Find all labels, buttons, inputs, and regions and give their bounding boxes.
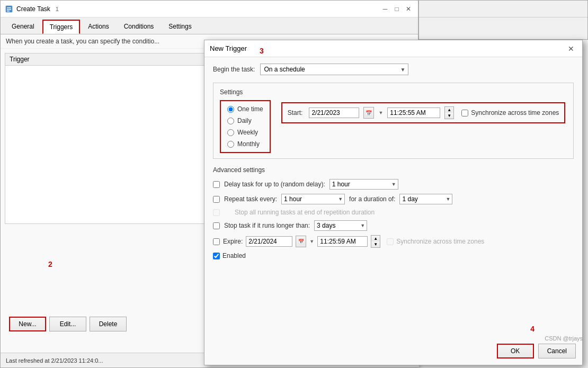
create-task-title: Create Task — [16, 5, 50, 13]
begin-task-select-wrapper: On a schedule At log on At startup On id… — [260, 64, 408, 75]
enabled-checkbox[interactable] — [213, 253, 220, 259]
dialog-title: New Trigger — [210, 44, 247, 52]
delay-checkbox[interactable] — [213, 181, 220, 188]
tab-conditions[interactable]: Conditions — [117, 20, 161, 34]
expire-sync-label: Synchronize across time zones — [396, 238, 484, 245]
stop-running-label: Stop all running tasks at end of repetit… — [235, 209, 375, 216]
expire-sync-row: Synchronize across time zones — [387, 238, 484, 245]
bottom-buttons: New... Edit... Delete — [5, 312, 131, 336]
expire-sync-checkbox — [387, 238, 394, 245]
start-time-input[interactable] — [387, 107, 440, 118]
title-number-1: 1 — [56, 6, 59, 12]
dialog-close-button[interactable]: ✕ — [565, 43, 577, 55]
svg-rect-2 — [7, 9, 11, 10]
radio-daily[interactable]: Daily — [227, 117, 263, 124]
label-4: 4 — [530, 325, 534, 333]
time-spinner: ▲ ▼ — [444, 106, 454, 119]
stop-longer-select[interactable]: 3 days 1 day 1 hour — [314, 220, 367, 231]
enabled-row: Enabled — [213, 252, 574, 259]
radio-one-time-input[interactable] — [227, 106, 234, 113]
close-button[interactable]: ✕ — [403, 4, 414, 14]
new-button[interactable]: New... — [9, 317, 46, 331]
dialog-ok-button[interactable]: OK — [497, 344, 534, 358]
settings-label: Settings — [220, 88, 567, 96]
repeat-select[interactable]: 1 hour 30 minutes 2 hours — [281, 194, 345, 204]
expire-row: Expire: 📅 ▼ ▲ ▼ Synchronize across time … — [213, 235, 574, 248]
expire-checkbox[interactable] — [213, 238, 220, 245]
expire-time-input[interactable] — [317, 236, 368, 247]
background-window — [418, 0, 588, 40]
duration-label: for a duration of: — [349, 195, 395, 203]
start-date-input[interactable] — [309, 107, 359, 118]
begin-task-label: Begin the task: — [213, 66, 255, 73]
duration-select[interactable]: 1 day 12 hours Indefinitely — [399, 194, 452, 204]
expire-spin-down[interactable]: ▼ — [371, 241, 380, 247]
sync-checkbox[interactable] — [461, 110, 468, 116]
radio-monthly-input[interactable] — [227, 141, 234, 148]
repeat-select-wrapper: 1 hour 30 minutes 2 hours — [281, 194, 345, 204]
begin-task-row: Begin the task: On a schedule At log on … — [213, 64, 574, 75]
time-spin-down[interactable]: ▼ — [445, 113, 453, 119]
radio-daily-label: Daily — [237, 117, 252, 124]
tab-settings[interactable]: Settings — [162, 20, 198, 34]
delay-select[interactable]: 1 hour 30 minutes 2 hours — [329, 179, 398, 190]
tab-general[interactable]: General — [5, 20, 41, 34]
stop-longer-checkbox[interactable] — [213, 222, 220, 229]
radio-monthly-label: Monthly — [237, 140, 260, 148]
col-trigger: Trigger — [5, 53, 210, 65]
delay-label: Delay task for up to (random delay): — [224, 181, 325, 188]
delete-button[interactable]: Delete — [90, 317, 127, 331]
sync-label: Synchronize across time zones — [471, 109, 559, 116]
repeat-label: Repeat task every: — [224, 195, 277, 203]
delay-row: Delay task for up to (random delay): 1 h… — [213, 179, 574, 190]
tab-triggers[interactable]: Triggers — [42, 20, 81, 34]
settings-section: Settings One time Daily Weekly — [213, 83, 574, 159]
maximize-button[interactable]: □ — [391, 4, 402, 14]
minimize-button[interactable]: ─ — [380, 4, 390, 14]
delay-select-wrapper: 1 hour 30 minutes 2 hours — [329, 179, 398, 190]
edit-button[interactable]: Edit... — [49, 317, 86, 331]
csdn-user: @trjays — [563, 335, 583, 342]
task-icon — [5, 5, 13, 13]
start-row: Start: 📅 ▼ ▲ ▼ Synchronize across time z… — [281, 102, 566, 123]
tabs-area: General Triggers Actions Conditions Sett… — [1, 17, 418, 34]
begin-task-select[interactable]: On a schedule At log on At startup On id… — [260, 64, 408, 75]
duration-select-wrapper: 1 day 12 hours Indefinitely — [399, 194, 452, 204]
radio-weekly[interactable]: Weekly — [227, 129, 263, 136]
titlebar-left: Create Task 1 — [5, 5, 59, 13]
time-spin-up[interactable]: ▲ — [445, 107, 453, 113]
csdn-watermark: CSDN @trjays — [545, 335, 583, 342]
stop-running-checkbox — [213, 209, 220, 216]
expire-calendar-button[interactable]: 📅 — [296, 236, 306, 247]
settings-content: One time Daily Weekly Monthly — [220, 100, 567, 153]
label-2: 2 — [48, 260, 52, 268]
expire-time-spinner: ▲ ▼ — [371, 235, 380, 248]
titlebar-controls: ─ □ ✕ — [380, 4, 414, 14]
expire-label: Expire: — [223, 238, 243, 245]
advanced-section: Advanced settings Delay task for up to (… — [213, 166, 574, 259]
schedule-radio-group: One time Daily Weekly Monthly — [220, 100, 271, 153]
repeat-checkbox[interactable] — [213, 196, 220, 203]
stop-running-row: Stop all running tasks at end of repetit… — [213, 209, 574, 216]
csdn-site: CSDN — [545, 335, 561, 342]
radio-daily-input[interactable] — [227, 118, 234, 124]
dialog-bottom-buttons: OK Cancel — [497, 344, 576, 358]
start-label: Start: — [288, 109, 303, 116]
expire-spin-up[interactable]: ▲ — [371, 236, 380, 241]
radio-one-time-label: One time — [237, 105, 263, 113]
radio-one-time[interactable]: One time — [227, 105, 263, 113]
stop-longer-row: Stop task if it runs longer than: 3 days… — [213, 220, 574, 231]
radio-weekly-label: Weekly — [237, 129, 258, 136]
background-window-bar — [419, 1, 587, 17]
radio-monthly[interactable]: Monthly — [227, 140, 263, 148]
tab-actions[interactable]: Actions — [81, 20, 115, 34]
advanced-title: Advanced settings — [213, 166, 574, 174]
svg-rect-3 — [7, 11, 10, 12]
radio-weekly-input[interactable] — [227, 129, 234, 136]
expire-date-input[interactable] — [246, 236, 292, 247]
stop-longer-select-wrapper: 3 days 1 day 1 hour — [314, 220, 367, 231]
stop-longer-label: Stop task if it runs longer than: — [224, 222, 310, 229]
calendar-button[interactable]: 📅 — [363, 107, 374, 119]
dialog-content: Begin the task: On a schedule At log on … — [204, 57, 582, 266]
dialog-cancel-button[interactable]: Cancel — [538, 344, 576, 358]
